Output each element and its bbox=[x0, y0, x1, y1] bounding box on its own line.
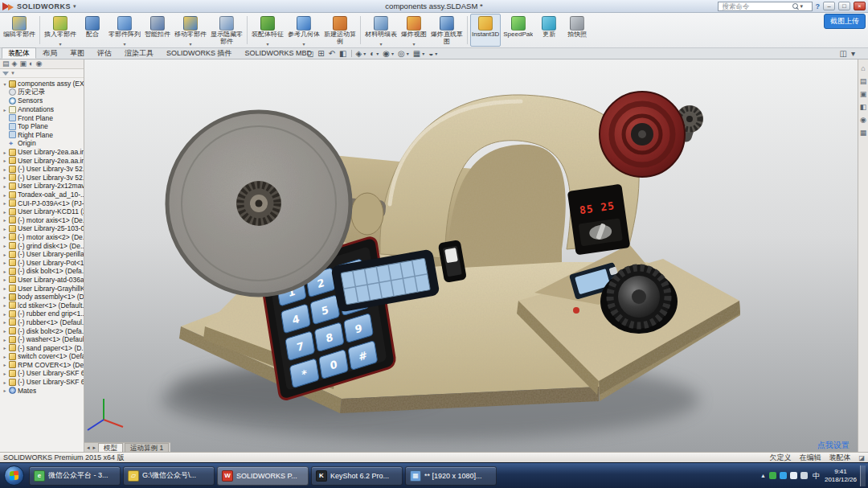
ribbon-button-speedpak[interactable]: SpeedPak bbox=[502, 14, 534, 47]
tray-cloud-icon[interactable] bbox=[790, 472, 797, 479]
upload-badge[interactable]: 截图上传 bbox=[824, 14, 866, 29]
section-view-icon[interactable]: ◧ bbox=[339, 49, 346, 59]
expander-icon[interactable]: ▸ bbox=[2, 362, 7, 367]
view-orientation-icon[interactable]: ◈ bbox=[356, 49, 362, 59]
maximize-button[interactable]: □ bbox=[838, 2, 850, 10]
ribbon-button-take-snapshot[interactable]: 拍快照 bbox=[563, 14, 591, 47]
tree-item[interactable]: Sensors bbox=[2, 96, 84, 105]
expander-icon[interactable]: ▸ bbox=[2, 269, 7, 274]
expander-icon[interactable]: ▸ bbox=[2, 183, 7, 189]
tree-item[interactable]: Right Plane bbox=[2, 131, 84, 140]
taskbar-solidworks[interactable]: WSOLIDWORKS P... bbox=[217, 466, 309, 486]
ribbon-button-bill-of-materials[interactable]: 材料明细表▾ bbox=[363, 14, 399, 47]
app-menu[interactable]: SOLIDWORKS ▾ bbox=[2, 2, 76, 11]
solidworks-resources-icon[interactable]: ⌂ bbox=[861, 64, 865, 72]
tree-item[interactable]: ▸(-) disk bolt<1> (Defa... bbox=[2, 267, 84, 276]
expander-icon[interactable]: ▸ bbox=[2, 166, 7, 172]
model-tab-nav-icon[interactable]: ◂ bbox=[86, 445, 91, 451]
tab-装配体[interactable]: 装配体 bbox=[2, 47, 36, 59]
tab-布局[interactable]: 布局 bbox=[36, 47, 63, 59]
view-palette-icon[interactable]: ◧ bbox=[860, 103, 867, 111]
chevron-down-icon[interactable]: ▾ bbox=[435, 51, 437, 56]
search-input[interactable] bbox=[721, 2, 790, 11]
tree-item[interactable]: ▸Mates bbox=[2, 386, 84, 395]
appearances-icon[interactable]: ◉ bbox=[860, 116, 866, 124]
menu-chevron-icon[interactable]: ▾ bbox=[73, 3, 76, 10]
expander-icon[interactable]: ▸ bbox=[2, 371, 7, 376]
expander-icon[interactable]: ▾ bbox=[2, 81, 7, 87]
chevron-down-icon[interactable]: ▾ bbox=[363, 51, 366, 56]
search-chevron-icon[interactable]: ▾ bbox=[800, 3, 804, 10]
expander-icon[interactable]: ▸ bbox=[2, 277, 7, 282]
design-library-icon[interactable]: ▤ bbox=[860, 77, 867, 85]
tab-评估[interactable]: 评估 bbox=[91, 47, 118, 59]
start-button[interactable] bbox=[4, 465, 24, 486]
tray-chat-icon[interactable] bbox=[780, 472, 787, 479]
tray-security-icon[interactable] bbox=[769, 472, 776, 479]
tree-item[interactable]: ▸User Library-2ea.aa.in... bbox=[2, 148, 84, 157]
expander-icon[interactable]: ▸ bbox=[2, 252, 7, 257]
tree-item[interactable]: ▾components assy (EXPLO bbox=[2, 80, 84, 88]
language-indicator[interactable]: 中 bbox=[811, 470, 821, 482]
tree-item[interactable]: 历史记录 bbox=[2, 88, 84, 97]
collapse-toolbar-icon[interactable]: ▾ bbox=[851, 49, 855, 59]
tree-item[interactable]: ▸User Library-atd-036a... bbox=[2, 276, 84, 285]
chevron-down-icon[interactable]: ▾ bbox=[422, 51, 424, 56]
ribbon-button-linear-component-pattern[interactable]: 零部件阵列▾ bbox=[107, 14, 142, 47]
tab-渲染工具[interactable]: 渲染工具 bbox=[118, 47, 160, 59]
show-desktop-button[interactable] bbox=[860, 465, 866, 486]
tree-item[interactable]: ▸lcd stiker<1> (Default... bbox=[2, 301, 84, 310]
tree-item[interactable]: ▸User Library-2ea.aa.in... bbox=[2, 156, 84, 165]
ribbon-button-move-component[interactable]: 移动零部件▾ bbox=[173, 14, 208, 47]
expander-icon[interactable]: ▸ bbox=[2, 243, 7, 248]
ribbon-button-exploded-view[interactable]: 爆炸视图▾ bbox=[399, 14, 428, 47]
expander-icon[interactable]: ▸ bbox=[2, 226, 7, 232]
minimize-button[interactable]: – bbox=[823, 2, 835, 10]
tree-item[interactable]: ▸(-) motor axis<1> (De... bbox=[2, 216, 84, 225]
view-settings-icon[interactable]: ◒ bbox=[428, 49, 433, 59]
ribbon-button-insert-components[interactable]: 插入零部件▾ bbox=[43, 14, 78, 47]
tree-item[interactable]: ▸(-) grind disk<1> (De... bbox=[2, 241, 84, 250]
tree-item[interactable]: Top Plane bbox=[2, 122, 84, 131]
expander-icon[interactable]: ▸ bbox=[2, 234, 7, 240]
hide-show-items-icon[interactable]: ◉ bbox=[383, 49, 390, 59]
displaymanager-tab[interactable]: ◉ bbox=[35, 59, 42, 68]
expander-icon[interactable]: ▸ bbox=[2, 345, 7, 351]
tree-item[interactable]: ▸(-) User Library-SKF 6.... bbox=[2, 369, 84, 378]
tree-item[interactable]: ▸body assembly<1> (D... bbox=[2, 293, 84, 301]
expander-icon[interactable]: ▸ bbox=[2, 294, 7, 300]
expander-icon[interactable]: ▸ bbox=[2, 285, 7, 291]
zoom-fit-icon[interactable]: ◻ bbox=[307, 49, 313, 59]
tray-audio-icon[interactable] bbox=[800, 472, 808, 479]
tree-item[interactable]: ▸Annotations bbox=[2, 105, 84, 114]
ribbon-button-explode-line-sketch[interactable]: 爆炸直线草图 bbox=[429, 14, 465, 47]
expander-icon[interactable]: ▸ bbox=[2, 379, 7, 385]
tree-item[interactable]: ▸User Library-KCD11 (2... bbox=[2, 207, 84, 216]
tree-item[interactable]: ▸(-) User Library-Pot<1 (... bbox=[2, 258, 84, 267]
ribbon-button-edit-component[interactable]: 编辑零部件 bbox=[2, 14, 37, 47]
tree-item[interactable]: ▸(-) motor axis<2> (De... bbox=[2, 233, 84, 242]
expander-icon[interactable]: ▸ bbox=[2, 260, 7, 265]
expander-icon[interactable]: ▸ bbox=[2, 158, 7, 163]
clock[interactable]: 9:412018/12/26 bbox=[825, 468, 857, 484]
tree-item[interactable]: ▸(-) sand paper<1> (D... bbox=[2, 343, 84, 352]
zoom-area-icon[interactable]: ⊞ bbox=[317, 49, 324, 59]
taskbar-wechat-platform[interactable]: e微信公众平台 - 3... bbox=[29, 466, 121, 486]
chevron-down-icon[interactable]: ▾ bbox=[407, 51, 409, 56]
tree-item[interactable]: ▸(-) disk bolt<2> (Defa... bbox=[2, 326, 84, 335]
expander-icon[interactable]: ▸ bbox=[2, 217, 7, 223]
tree-item[interactable]: ▸(-) User Library-3v 52... bbox=[2, 174, 84, 182]
taskbar-keyshot[interactable]: KKeyShot 6.2 Pro... bbox=[311, 466, 403, 486]
tree-item[interactable]: ⌖Origin bbox=[2, 139, 84, 148]
options-icon[interactable]: ◫ bbox=[840, 49, 847, 59]
expander-icon[interactable]: ▸ bbox=[2, 328, 7, 334]
tree-item[interactable]: Front Plane bbox=[2, 113, 84, 122]
expander-icon[interactable]: ▸ bbox=[2, 388, 7, 393]
expander-icon[interactable]: ▸ bbox=[2, 354, 7, 359]
expander-icon[interactable]: ▸ bbox=[2, 302, 7, 308]
expander-icon[interactable]: ▸ bbox=[2, 107, 7, 113]
ribbon-button-mate[interactable]: 配合 bbox=[79, 14, 106, 47]
display-style-icon[interactable]: ◐ bbox=[370, 49, 375, 59]
tree-item[interactable]: ▸(-) User Library-SKF 6.... bbox=[2, 378, 84, 387]
propertymanager-tab[interactable]: ◈ bbox=[12, 59, 18, 68]
